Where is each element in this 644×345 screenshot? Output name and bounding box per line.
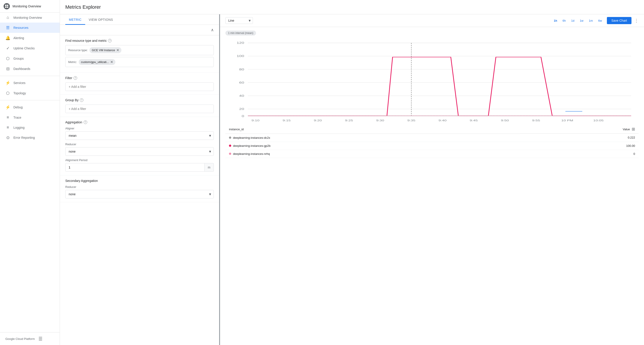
time-btn-1w[interactable]: 1w (578, 18, 586, 24)
reducer-label: Reducer (65, 143, 214, 146)
dashboards-icon: ⊟ (5, 66, 10, 71)
svg-text:10:05: 10:05 (593, 119, 604, 122)
svg-text:100: 100 (236, 54, 244, 58)
nav-label: Resources (14, 26, 28, 29)
legend-row: deeplearning-instances-dc2x 0.222 (226, 134, 639, 142)
svg-rect-0 (5, 5, 6, 6)
nav-label: Groups (14, 57, 24, 60)
legend-value: 0 (520, 150, 639, 158)
reducer-select[interactable]: none mean sum (65, 147, 214, 156)
sidebar-item-groups[interactable]: ⬡ Groups (0, 53, 60, 64)
sidebar-item-services[interactable]: ⚡ Services (0, 78, 60, 88)
error-reporting-icon: ⊙ (5, 135, 10, 140)
legend-instance-name: deeplearning-instances-dc2x (233, 136, 270, 139)
time-btn-1h[interactable]: 1h (552, 18, 560, 24)
legend-dot (229, 145, 231, 147)
chart-type-select[interactable]: Line Bar Stacked Bar Heatmap (226, 17, 253, 24)
group-by-input[interactable] (65, 105, 214, 113)
legend-dot (229, 136, 231, 139)
sidebar-item-resources[interactable]: ☰ Resources (0, 22, 60, 33)
nav-label: Services (14, 81, 26, 85)
alignment-period-input[interactable] (65, 163, 204, 172)
sidebar-item-dashboards[interactable]: ⊟ Dashboards (0, 64, 60, 74)
metric-close-icon[interactable]: ✕ (110, 60, 113, 64)
sidebar-header: Monitoring Overview (0, 0, 60, 12)
filter-input[interactable] (65, 82, 214, 91)
find-resource-help-icon[interactable]: ? (108, 39, 112, 42)
metric-value: custom/gpu_utilizati... (81, 60, 109, 64)
secondary-aggregation-section: Secondary Aggregation Reducer none ▾ (60, 175, 219, 202)
collapse-arrow-icon: ∧ (211, 27, 214, 32)
svg-text:120: 120 (236, 41, 244, 44)
resource-type-chip[interactable]: GCE VM Instance ✕ (90, 47, 122, 53)
debug-icon: ⚡ (5, 105, 10, 110)
legend-dot (229, 153, 231, 155)
legend-row: deeplearning-instances-nrhq 0 (226, 150, 639, 158)
sidebar-item-alerting[interactable]: 🔔 Alerting (0, 33, 60, 43)
aligner-select[interactable]: mean sum min max (65, 131, 214, 140)
legend-value: 0.222 (520, 134, 639, 142)
group-by-label: Group By ? (65, 98, 214, 102)
svg-text:9:30: 9:30 (376, 119, 384, 122)
reducer-group: Reducer none mean sum ▾ (65, 143, 214, 156)
resource-type-row: Resource type: GCE VM Instance ✕ (65, 45, 214, 55)
svg-rect-3 (7, 6, 8, 8)
app-icon (4, 3, 10, 9)
tab-metric[interactable]: METRIC (65, 14, 85, 25)
sidebar-item-error-reporting[interactable]: ⊙ Error Reporting (0, 132, 60, 143)
legend-instance-name: deeplearning-instances-nrhq (233, 152, 270, 156)
svg-text:9:35: 9:35 (408, 119, 416, 122)
logging-icon: ≡ (5, 125, 10, 130)
groups-icon: ⬡ (5, 56, 10, 61)
secondary-reducer-label: Reducer (65, 185, 214, 189)
group-by-help-icon[interactable]: ? (80, 98, 84, 102)
resource-type-value: GCE VM Instance (92, 48, 115, 52)
sidebar-item-trace[interactable]: ≡ Trace (0, 112, 60, 122)
time-btn-1d[interactable]: 1d (569, 18, 576, 24)
metric-chip[interactable]: custom/gpu_utilizati... ✕ (79, 59, 116, 65)
sidebar-item-uptime-checks[interactable]: ✓ Uptime Checks (0, 43, 60, 53)
chart-toolbar-left: Line Bar Stacked Bar Heatmap ▾ (226, 17, 253, 24)
alerting-icon: 🔔 (5, 35, 10, 40)
time-btn-6w[interactable]: 6w (596, 18, 604, 24)
chart-container: 120 100 80 60 40 20 0 9:10 9:15 9:20 9:2… (226, 38, 639, 123)
metric-label: Metric: (68, 60, 77, 64)
filter-help-icon[interactable]: ? (74, 76, 77, 80)
sidebar-item-debug[interactable]: ⚡ Debug (0, 102, 60, 112)
aggregation-section: Aggregation ? Aligner mean sum min max ▾ (60, 117, 219, 175)
more-options-icon[interactable]: ⋮ (634, 18, 639, 23)
columns-icon[interactable]: ⊞ (632, 127, 635, 132)
time-btn-6h[interactable]: 6h (560, 18, 568, 24)
secondary-aggregation-label: Secondary Aggregation (65, 179, 214, 183)
resource-type-label: Resource type: (68, 48, 88, 52)
aligner-select-wrapper: mean sum min max ▾ (65, 131, 214, 140)
sidebar-item-topology[interactable]: ⬡ Topology (0, 88, 60, 98)
metric-row: Metric: custom/gpu_utilizati... ✕ (65, 57, 214, 67)
svg-text:9:20: 9:20 (314, 119, 322, 122)
secondary-reducer-wrapper: none ▾ (65, 190, 214, 198)
time-btn-1m[interactable]: 1m (586, 18, 595, 24)
resources-icon: ☰ (5, 25, 10, 30)
svg-text:9:10: 9:10 (251, 119, 260, 122)
interval-badge: 1 min interval (mean) (226, 31, 256, 35)
aggregation-label: Aggregation ? (65, 120, 214, 124)
tab-view-options[interactable]: VIEW OPTIONS (85, 14, 117, 25)
alignment-period-group: Alignment Period m (65, 158, 214, 172)
sidebar-item-logging[interactable]: ≡ Logging (0, 122, 60, 132)
sidebar-divider-2 (0, 100, 60, 100)
nav-label: Uptime Checks (14, 46, 35, 50)
sidebar-footer: Google Cloud Platform ☰ (0, 332, 60, 345)
svg-text:9:40: 9:40 (438, 119, 446, 122)
main-body: METRIC VIEW OPTIONS ∧ Find resource type… (60, 14, 644, 345)
resource-type-close-icon[interactable]: ✕ (116, 48, 119, 52)
aggregation-help-icon[interactable]: ? (84, 120, 87, 124)
save-chart-button[interactable]: Save Chart (607, 17, 632, 24)
collapse-header[interactable]: ∧ (60, 25, 219, 35)
svg-text:60: 60 (239, 81, 244, 84)
sidebar-item-monitoring-overview[interactable]: ⌂ Monitoring Overview (0, 12, 60, 22)
secondary-reducer-select[interactable]: none (65, 190, 214, 198)
left-panel: METRIC VIEW OPTIONS ∧ Find resource type… (60, 14, 220, 345)
chart-svg: 120 100 80 60 40 20 0 9:10 9:15 9:20 9:2… (226, 38, 639, 123)
footer-menu-icon[interactable]: ☰ (38, 336, 42, 342)
legend-name-cell: deeplearning-instances-dc2x (226, 134, 520, 142)
